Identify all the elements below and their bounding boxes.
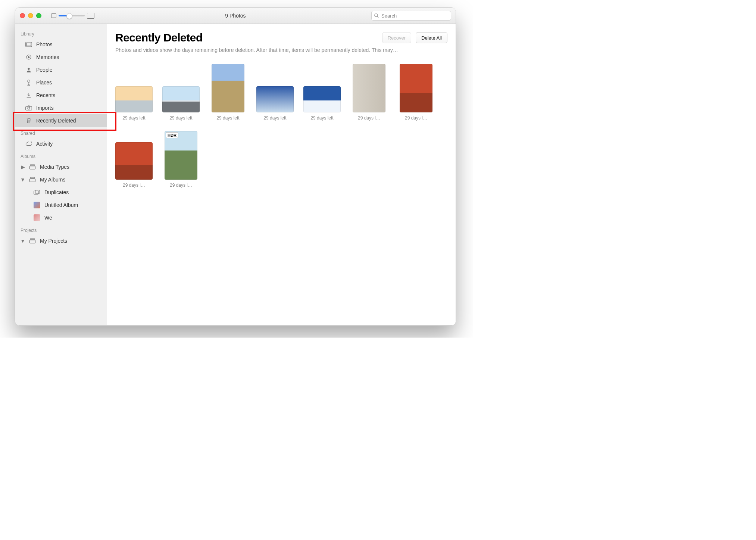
download-icon	[25, 92, 32, 98]
photo-tile[interactable]: 29 days left	[162, 63, 200, 121]
sidebar-item-label: Duplicates	[44, 189, 103, 195]
photo-caption: 29 days left	[122, 115, 145, 121]
photo-tile[interactable]: 29 days left	[115, 63, 153, 121]
svg-point-9	[28, 85, 30, 86]
photo-thumbnail[interactable]	[303, 86, 341, 112]
sidebar-item-activity[interactable]: Activity	[15, 137, 107, 150]
stack-icon	[29, 164, 36, 170]
camera-icon	[25, 105, 32, 111]
photo-thumbnail[interactable]	[115, 142, 153, 180]
delete-all-button[interactable]: Delete All	[416, 32, 447, 43]
thumbnail-size-control	[51, 13, 94, 19]
pin-icon	[25, 79, 32, 86]
svg-rect-19	[35, 190, 40, 193]
person-icon	[25, 67, 32, 73]
photo-caption: 29 days left	[310, 115, 333, 121]
minimize-window-button[interactable]	[28, 13, 33, 18]
info-text: Photos and videos show the days remainin…	[107, 47, 456, 57]
sidebar-item-recents[interactable]: Recents	[15, 89, 107, 102]
app-window: 9 Photos Search Library Photos Memories …	[15, 7, 456, 326]
photo-thumbnail[interactable]	[115, 86, 153, 112]
titlebar: 9 Photos Search	[15, 8, 456, 24]
recover-button[interactable]: Recover	[382, 32, 411, 43]
stack-icon	[29, 238, 36, 243]
sidebar-item-label: Places	[36, 80, 103, 86]
svg-point-0	[375, 14, 378, 17]
sidebar-item-places[interactable]: Places	[15, 76, 107, 89]
sidebar-item-duplicates[interactable]: Duplicates	[15, 186, 107, 199]
hdr-badge: HDR	[166, 133, 178, 138]
photo-grid: 29 days left29 days left29 days left29 d…	[107, 57, 456, 194]
album-thumb-icon	[33, 202, 41, 208]
photo-thumbnail[interactable]: HDR	[165, 131, 197, 180]
sidebar: Library Photos Memories People Places Re…	[15, 24, 107, 325]
trash-icon	[25, 118, 32, 124]
sidebar-item-media-types[interactable]: ▶ Media Types	[15, 161, 107, 173]
sidebar-item-label: We	[44, 215, 103, 221]
sidebar-item-my-albums[interactable]: ▼ My Albums	[15, 173, 107, 186]
chevron-down-icon[interactable]: ▼	[21, 177, 25, 183]
sidebar-item-photos[interactable]: Photos	[15, 38, 107, 51]
thumbnail-size-slider[interactable]	[59, 15, 85, 16]
svg-rect-18	[34, 191, 38, 194]
svg-point-6	[28, 68, 29, 70]
photo-tile[interactable]: 29 days left	[256, 63, 294, 121]
sidebar-item-imports[interactable]: Imports	[15, 102, 107, 114]
photos-icon	[25, 42, 32, 47]
svg-rect-16	[30, 177, 35, 178]
photo-tile[interactable]: 29 days left	[303, 63, 341, 121]
sidebar-item-label: Media Types	[40, 164, 103, 170]
photo-thumbnail[interactable]	[256, 86, 294, 112]
sidebar-item-label: Imports	[36, 105, 103, 111]
photo-caption: 29 days l…	[123, 183, 145, 188]
section-label-library: Library	[15, 28, 107, 38]
chevron-right-icon[interactable]: ▶	[21, 164, 25, 170]
sidebar-item-label: Recents	[36, 92, 103, 98]
cloud-icon	[25, 142, 32, 146]
chevron-down-icon[interactable]: ▼	[21, 238, 25, 244]
svg-line-1	[377, 16, 379, 18]
sidebar-item-untitled-album[interactable]: Untitled Album	[15, 199, 107, 211]
photo-tile[interactable]: 29 days l…	[115, 130, 153, 188]
search-icon	[374, 13, 379, 18]
content-header: Recently Deleted Recover Delete All	[107, 24, 456, 47]
sidebar-item-we[interactable]: We	[15, 211, 107, 224]
photo-thumbnail[interactable]	[400, 64, 432, 112]
sidebar-item-label: Untitled Album	[44, 202, 103, 208]
photo-caption: 29 days l…	[358, 115, 380, 121]
sidebar-item-people[interactable]: People	[15, 63, 107, 76]
sidebar-item-label: Recently Deleted	[36, 118, 103, 124]
photo-tile[interactable]: 29 days left	[209, 63, 247, 121]
photo-tile[interactable]: 29 days l…	[350, 63, 388, 121]
sidebar-item-label: Memories	[36, 54, 103, 60]
svg-rect-14	[30, 165, 35, 165]
photo-tile[interactable]: HDR29 days l…	[162, 130, 200, 188]
photo-caption: 29 days left	[216, 115, 239, 121]
sidebar-item-label: Photos	[36, 41, 103, 47]
photo-caption: 29 days l…	[405, 115, 427, 121]
sidebar-item-label: People	[36, 67, 103, 73]
window-controls	[20, 13, 41, 18]
sidebar-item-label: My Projects	[40, 238, 103, 244]
close-window-button[interactable]	[20, 13, 25, 18]
sidebar-item-label: Activity	[36, 141, 103, 147]
photo-thumbnail[interactable]	[353, 64, 385, 112]
section-label-projects: Projects	[15, 224, 107, 235]
sidebar-item-recently-deleted[interactable]: Recently Deleted	[15, 114, 107, 127]
sidebar-item-my-projects[interactable]: ▼ My Projects	[15, 235, 107, 247]
stack-icon	[29, 177, 36, 182]
album-thumb-icon	[33, 214, 41, 221]
photo-caption: 29 days left	[169, 115, 192, 121]
photo-tile[interactable]: 29 days l…	[397, 63, 435, 121]
thumb-small-icon	[51, 13, 56, 18]
search-placeholder: Search	[381, 13, 397, 19]
fullscreen-window-button[interactable]	[36, 13, 41, 18]
svg-rect-21	[30, 240, 35, 243]
search-field[interactable]: Search	[371, 11, 451, 21]
photo-caption: 29 days l…	[170, 183, 192, 188]
photo-thumbnail[interactable]	[162, 86, 200, 112]
photo-thumbnail[interactable]	[212, 64, 244, 112]
sidebar-item-memories[interactable]: Memories	[15, 51, 107, 63]
photo-caption: 29 days left	[263, 115, 286, 121]
stack-icon	[33, 190, 41, 195]
